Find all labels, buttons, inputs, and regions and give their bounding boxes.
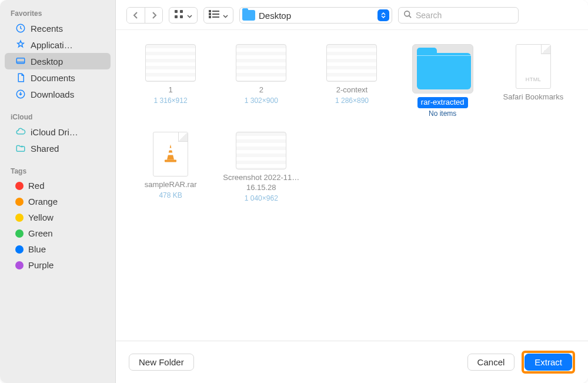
toolbar: Desktop	[116, 0, 588, 30]
folder-item-count: No items	[429, 109, 456, 118]
tag-dot-icon	[15, 214, 24, 222]
sidebar-item-label: iCloud Dri…	[31, 127, 78, 137]
favorites-header: Favorites	[0, 6, 115, 20]
back-button[interactable]	[127, 8, 145, 23]
chevron-down-icon	[223, 10, 228, 21]
sidebar-tag-red[interactable]: Red	[5, 178, 111, 194]
image-thumbnail	[145, 44, 196, 82]
sidebar-item-label: Applicati…	[31, 40, 73, 50]
search-field[interactable]	[398, 7, 519, 24]
tag-dot-icon	[15, 182, 24, 190]
sidebar-tag-blue[interactable]: Blue	[5, 241, 111, 257]
sidebar-item-label: Recents	[31, 24, 63, 34]
sidebar-item-label: Green	[28, 228, 53, 238]
download-icon	[15, 89, 26, 99]
shared-folder-icon	[15, 143, 26, 154]
sidebar-item-downloads[interactable]: Downloads	[5, 86, 111, 102]
file-item[interactable]: 1 1 316×912	[126, 44, 215, 118]
file-name-label: sampleRAR.rar	[145, 180, 197, 190]
file-name-label: Screenshot 2022-11…16.15.28	[220, 173, 302, 193]
icon-view-button[interactable]	[169, 7, 198, 24]
sidebar-item-shared[interactable]: Shared	[5, 140, 111, 156]
clock-icon	[15, 23, 26, 34]
file-item[interactable]: Screenshot 2022-11…16.15.28 1 040×962	[217, 132, 305, 202]
extract-button[interactable]: Extract	[524, 354, 572, 371]
apps-icon	[15, 39, 26, 50]
file-item-selected[interactable]: rar-extracted No items	[399, 44, 487, 118]
document-icon	[15, 72, 26, 83]
new-folder-button[interactable]: New Folder	[129, 354, 194, 371]
file-item[interactable]: HTML Safari Bookmarks	[489, 44, 577, 118]
sidebar-item-documents[interactable]: Documents	[5, 69, 111, 86]
file-item[interactable]: sampleRAR.rar 478 KB	[126, 132, 215, 202]
chevron-down-icon	[187, 10, 192, 21]
file-name-label: 2-context	[336, 85, 368, 95]
sidebar-item-applications[interactable]: Applicati…	[5, 36, 111, 53]
grid-icon	[174, 9, 183, 21]
icloud-header: iCloud	[0, 109, 115, 124]
main-panel: Desktop 1 1 316×912	[116, 0, 588, 383]
sidebar-item-label: Red	[28, 181, 45, 191]
file-item[interactable]: 2 1 302×900	[217, 44, 305, 118]
svg-rect-13	[212, 16, 219, 18]
sidebar-tag-orange[interactable]: Orange	[5, 194, 111, 209]
tag-dot-icon	[15, 198, 24, 206]
sidebar-item-label: Yellow	[28, 212, 54, 222]
search-icon	[403, 10, 412, 21]
sidebar-item-label: Orange	[28, 197, 58, 207]
file-grid: 1 1 316×912 2 1 302×900 2-context 1 286×…	[126, 44, 577, 202]
file-dimensions: 1 302×900	[245, 96, 278, 105]
file-name-label: rar-extracted	[417, 97, 468, 108]
svg-rect-15	[169, 148, 172, 150]
tutorial-highlight: Extract	[522, 351, 575, 374]
svg-rect-11	[212, 14, 219, 15]
vlc-cone-icon	[162, 143, 179, 165]
sidebar-item-recents[interactable]: Recents	[5, 20, 111, 36]
sidebar-item-icloud-drive[interactable]: iCloud Dri…	[5, 124, 111, 140]
html-document-thumbnail: HTML	[516, 44, 551, 89]
file-item[interactable]: 2-context 1 286×890	[308, 44, 396, 118]
sidebar-item-label: Purple	[28, 260, 54, 270]
sidebar-item-desktop[interactable]: Desktop	[5, 53, 111, 69]
dog-ear-icon	[178, 132, 188, 142]
sidebar-tag-yellow[interactable]: Yellow	[5, 209, 111, 225]
tag-dot-icon	[15, 229, 24, 238]
sidebar-item-label: Desktop	[31, 56, 63, 66]
dropdown-stepper-icon	[377, 9, 389, 21]
tag-dot-icon	[15, 245, 24, 254]
svg-rect-5	[180, 10, 183, 13]
image-thumbnail	[236, 132, 286, 169]
sidebar-tag-green[interactable]: Green	[5, 225, 111, 241]
sidebar-item-label: Shared	[31, 144, 59, 154]
file-name-label: Safari Bookmarks	[503, 92, 564, 102]
file-dimensions: 1 040×962	[245, 194, 278, 202]
location-label: Desktop	[259, 11, 374, 21]
sidebar-tag-purple[interactable]: Purple	[5, 257, 111, 273]
image-thumbnail	[326, 44, 377, 82]
folder-icon	[242, 10, 255, 21]
folder-thumbnail	[412, 44, 473, 94]
cloud-icon	[15, 126, 26, 137]
file-browser: 1 1 316×912 2 1 302×900 2-context 1 286×…	[116, 30, 588, 341]
svg-rect-4	[175, 10, 178, 13]
svg-rect-1	[16, 58, 25, 64]
sidebar-item-label: Downloads	[31, 89, 74, 99]
folder-icon	[417, 53, 471, 89]
tag-dot-icon	[15, 261, 24, 269]
search-input[interactable]	[416, 11, 513, 20]
group-view-button[interactable]	[203, 7, 233, 24]
location-dropdown[interactable]: Desktop	[239, 7, 392, 24]
nav-button-group	[126, 7, 163, 24]
svg-rect-16	[168, 152, 173, 155]
dialog-footer: New Folder Cancel Extract	[116, 341, 588, 383]
svg-rect-7	[180, 15, 183, 18]
cancel-button[interactable]: Cancel	[467, 354, 515, 371]
svg-rect-8	[209, 10, 211, 12]
sidebar-item-label: Documents	[31, 73, 75, 83]
group-icon	[209, 10, 219, 21]
doc-type-label: HTML	[516, 76, 550, 82]
file-dimensions: 1 286×890	[335, 96, 369, 105]
rar-document-thumbnail	[153, 132, 188, 176]
forward-button[interactable]	[145, 8, 162, 23]
svg-rect-17	[165, 159, 176, 162]
